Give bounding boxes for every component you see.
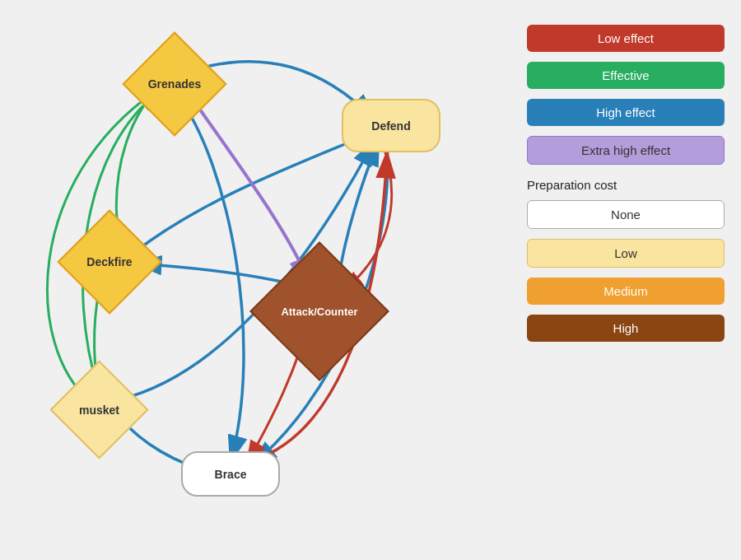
legend-prep-none: None [527,200,725,229]
attack-counter-node: Attack/Counter [249,241,389,381]
legend-prep-low: Low [527,239,725,268]
brace-label: Brace [215,468,247,481]
legend-panel: Low effect Effective High effect Extra h… [510,0,741,560]
legend-extra-high-effect: Extra high effect [527,136,725,165]
deckfire-label: Deckfire [74,226,145,297]
defend-node: Defend [342,99,440,152]
musket-label: musket [66,376,133,443]
musket-node: musket [49,360,148,459]
grenades-label: Grenades [139,49,210,119]
legend-low-effect: Low effect [527,25,725,52]
legend-effective: Effective [527,62,725,89]
defend-label: Defend [371,119,410,133]
legend-prep-medium: Medium [527,278,725,305]
grenades-node: Grenades [122,31,226,136]
prep-cost-title: Preparation cost [527,178,725,192]
deckfire-node: Deckfire [57,209,161,314]
legend-high-effect: High effect [527,99,725,126]
brace-node: Brace [181,451,280,497]
attack-counter-label: Attack/Counter [272,264,367,359]
legend-prep-high: High [527,315,725,342]
